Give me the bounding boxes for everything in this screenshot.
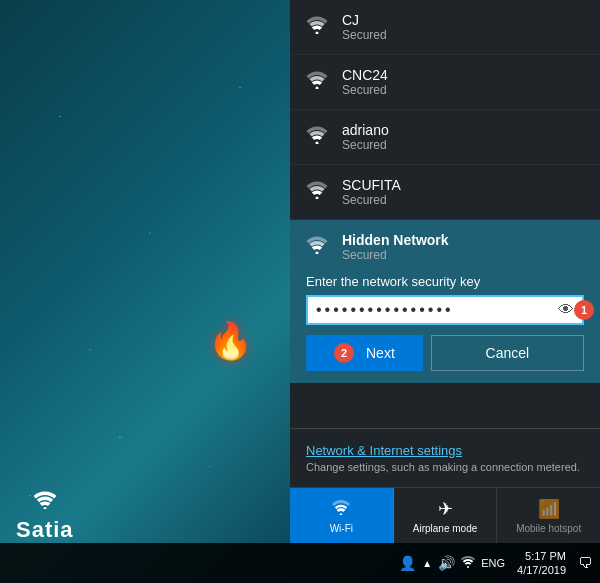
taskbar-time[interactable]: 5:17 PM 4/17/2019 — [517, 549, 566, 578]
network-info-cj: CJ Secured — [342, 12, 387, 42]
network-info-scufita: SCUFITA Secured — [342, 177, 401, 207]
password-input[interactable] — [316, 301, 558, 319]
flame-icon: 🔥 — [208, 320, 253, 362]
step-badge-2: 2 — [334, 343, 354, 363]
tray-speaker-icon[interactable]: 🔊 — [438, 555, 455, 571]
toggle-wifi[interactable]: Wi-Fi — [290, 488, 394, 543]
svg-point-7 — [467, 566, 469, 568]
wifi-icon-adriano — [306, 126, 330, 149]
svg-point-6 — [340, 513, 342, 515]
wifi-icon-cj — [306, 16, 330, 39]
svg-point-3 — [316, 141, 319, 144]
network-name-cj: CJ — [342, 12, 387, 28]
hidden-network-header: Hidden Network Secured — [306, 232, 584, 262]
satia-label: Satia — [16, 517, 74, 543]
network-name-scufita: SCUFITA — [342, 177, 401, 193]
satia-wifi-icon — [33, 489, 57, 515]
time-display: 5:17 PM — [525, 549, 566, 563]
network-settings-section: Network & Internet settings Change setti… — [290, 428, 600, 487]
network-status-cj: Secured — [342, 28, 387, 42]
hidden-network-status: Secured — [342, 248, 449, 262]
tray-network-icon[interactable] — [461, 555, 475, 571]
security-key-label: Enter the network security key — [306, 274, 584, 289]
wifi-panel: CJ Secured CNC24 Secured — [290, 0, 600, 543]
network-item-cnc24[interactable]: CNC24 Secured — [290, 55, 600, 110]
network-info-adriano: adriano Secured — [342, 122, 389, 152]
airplane-toggle-icon: ✈ — [438, 498, 453, 520]
svg-point-4 — [316, 196, 319, 199]
network-name-cnc24: CNC24 — [342, 67, 388, 83]
taskbar-right: 👤 ▲ 🔊 ENG 5:17 PM 4/17/2019 🗨 — [399, 549, 592, 578]
taskbar-icons: 👤 ▲ 🔊 ENG — [399, 555, 505, 571]
airplane-toggle-label: Airplane mode — [413, 523, 477, 535]
password-input-row: 👁 1 — [306, 295, 584, 325]
wifi-icon-cnc24 — [306, 71, 330, 94]
network-list: CJ Secured CNC24 Secured — [290, 0, 600, 428]
quick-toggles: Wi-Fi ✈ Airplane mode 📶 Mobile hotspot — [290, 487, 600, 543]
network-status-adriano: Secured — [342, 138, 389, 152]
wifi-toggle-label: Wi-Fi — [330, 523, 353, 535]
svg-point-1 — [316, 31, 319, 34]
cancel-button[interactable]: Cancel — [431, 335, 584, 371]
mobile-toggle-label: Mobile hotspot — [516, 523, 581, 535]
network-settings-desc: Change settings, such as making a connec… — [306, 461, 584, 473]
desktop: 🔥 Satia — [0, 0, 600, 583]
toggle-mobile-hotspot[interactable]: 📶 Mobile hotspot — [497, 488, 600, 543]
wifi-icon-scufita — [306, 181, 330, 204]
tray-up-arrow-icon[interactable]: ▲ — [422, 558, 432, 569]
svg-point-2 — [316, 86, 319, 89]
network-status-cnc24: Secured — [342, 83, 388, 97]
tray-lang-label[interactable]: ENG — [481, 557, 505, 569]
network-name-adriano: adriano — [342, 122, 389, 138]
network-item-scufita[interactable]: SCUFITA Secured — [290, 165, 600, 220]
wifi-icon-hidden — [306, 236, 330, 259]
svg-point-5 — [316, 251, 319, 254]
hidden-network-section: Hidden Network Secured Enter the network… — [290, 220, 600, 383]
svg-point-0 — [43, 507, 46, 509]
network-info-hidden: Hidden Network Secured — [342, 232, 449, 262]
next-button[interactable]: 2 Next — [306, 335, 423, 371]
network-item-cj[interactable]: CJ Secured — [290, 0, 600, 55]
satia-brand: Satia — [16, 489, 74, 543]
notification-icon[interactable]: 🗨 — [578, 555, 592, 571]
action-buttons: 2 Next Cancel — [306, 335, 584, 371]
taskbar: 👤 ▲ 🔊 ENG 5:17 PM 4/17/2019 🗨 — [0, 543, 600, 583]
network-item-adriano[interactable]: adriano Secured — [290, 110, 600, 165]
network-info-cnc24: CNC24 Secured — [342, 67, 388, 97]
network-settings-link[interactable]: Network & Internet settings — [306, 443, 584, 458]
next-label: Next — [366, 345, 395, 361]
toggle-airplane[interactable]: ✈ Airplane mode — [394, 488, 498, 543]
password-toggle-icon[interactable]: 👁 — [558, 301, 574, 319]
date-display: 4/17/2019 — [517, 563, 566, 577]
mobile-toggle-icon: 📶 — [538, 498, 560, 520]
step-badge-1: 1 — [574, 300, 594, 320]
network-status-scufita: Secured — [342, 193, 401, 207]
wifi-toggle-icon — [331, 499, 351, 520]
hidden-network-name: Hidden Network — [342, 232, 449, 248]
password-wrapper: 👁 1 — [306, 295, 584, 325]
tray-people-icon[interactable]: 👤 — [399, 555, 416, 571]
